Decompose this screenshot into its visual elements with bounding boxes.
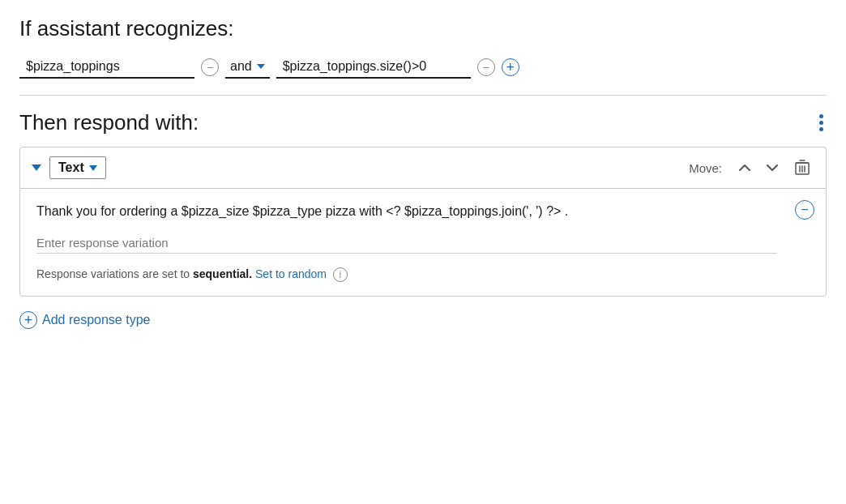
move-label: Move: (689, 161, 722, 175)
kebab-menu-button[interactable] (816, 111, 827, 135)
response-card-header: Text Move: (20, 147, 826, 189)
and-caret-icon (257, 64, 265, 69)
and-label: and (230, 59, 252, 74)
condition-left-input[interactable] (19, 56, 194, 79)
condition-row: − and − + (19, 56, 827, 79)
if-heading: If assistant recognizes: (19, 16, 827, 41)
condition-right-input[interactable] (276, 56, 471, 79)
minus-icon-2: − (483, 62, 489, 73)
plus-icon-add-response: + (24, 313, 33, 327)
type-select-caret-icon (89, 165, 97, 171)
then-heading: Then respond with: (19, 110, 199, 135)
chevron-up-icon (739, 162, 750, 173)
response-footer: Response variations are set to sequentia… (36, 267, 777, 283)
trash-icon (795, 160, 810, 176)
add-response-type-link[interactable]: Add response type (42, 313, 150, 327)
type-select-dropdown[interactable]: Text (49, 156, 106, 179)
footer-text-before: Response variations are set to (36, 267, 193, 280)
remove-response-variation-button[interactable]: − (795, 200, 814, 220)
minus-icon: − (207, 62, 213, 73)
info-icon[interactable]: i (333, 267, 348, 282)
minus-circle-icon: − (801, 203, 808, 217)
remove-right-condition-button[interactable]: − (477, 58, 495, 76)
type-select-label: Text (58, 160, 84, 175)
add-response-type-button[interactable]: + (19, 311, 37, 329)
response-text: Thank you for ordering a $pizza_size $pi… (36, 202, 777, 221)
delete-response-button[interactable] (790, 156, 814, 180)
add-condition-button[interactable]: + (502, 58, 519, 76)
response-body: − Thank you for ordering a $pizza_size $… (20, 189, 826, 296)
then-section: Then respond with: Text Move: (19, 110, 827, 297)
then-header: Then respond with: (19, 110, 827, 135)
add-response-row: + Add response type (19, 311, 827, 329)
remove-left-condition-button[interactable]: − (201, 58, 219, 76)
chevron-down-icon (767, 162, 778, 173)
kebab-dot-3 (819, 127, 823, 131)
plus-icon: + (506, 60, 515, 75)
footer-sequential: sequential. (193, 267, 252, 280)
move-down-button[interactable] (763, 158, 782, 177)
section-divider (19, 95, 827, 96)
kebab-dot-1 (819, 114, 823, 118)
set-to-random-link[interactable]: Set to random (255, 267, 327, 280)
collapse-chevron-icon[interactable] (32, 164, 41, 171)
and-dropdown[interactable]: and (225, 56, 270, 79)
move-up-button[interactable] (735, 158, 754, 177)
kebab-dot-2 (819, 121, 823, 125)
response-variation-input[interactable] (36, 233, 777, 254)
response-card: Text Move: (19, 147, 827, 297)
if-section: If assistant recognizes: − and − + (19, 16, 827, 79)
